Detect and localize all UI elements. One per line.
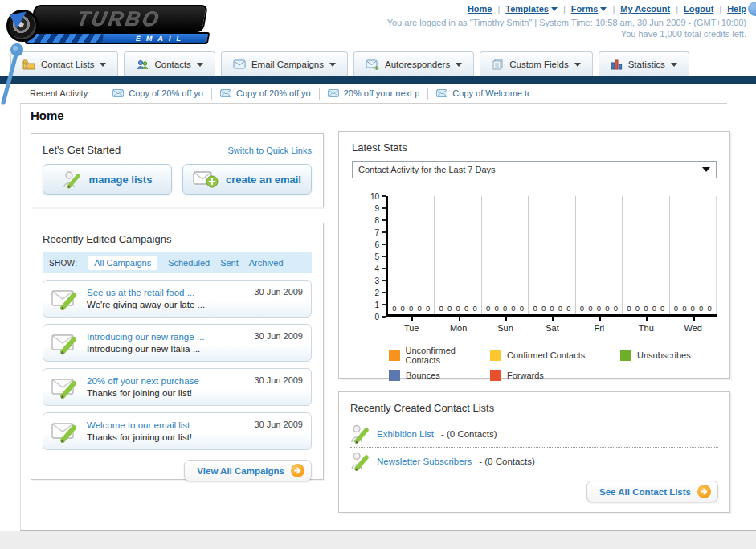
x-axis-label-text: Sat [546,323,559,333]
campaign-title-link[interactable]: 20% off your next purchase [87,376,246,386]
campaign-title-link[interactable]: See us at the retail food ... [87,288,246,297]
value-label: 0 [635,304,640,313]
main-content: Home Let's Get Started Switch to Quick L… [20,104,756,531]
x-axis-label: Fri [576,317,623,333]
tab-custom-fields[interactable]: Custom Fields [480,51,593,76]
activity-item-label: 20% off your next p [344,88,420,98]
activity-item-label: Copy of 20% off yo [129,88,203,98]
chart-group: 00000 [529,196,575,314]
x-axis-label: Wed [670,317,717,333]
filter-archived[interactable]: Archived [249,258,284,268]
filter-scheduled[interactable]: Scheduled [168,258,210,268]
activity-item-label: Copy of Welcome to [452,88,529,98]
separator: | [676,4,678,14]
nav-link-templates[interactable]: Templates [505,4,558,14]
value-labels: 00000 [529,304,574,313]
y-tick-label: 10 [370,192,379,201]
contact-list-link[interactable]: Newsletter Subscribers [377,457,472,466]
chart-plot: 00000000000000000000000000000000000 [386,196,717,317]
value-labels: 00000 [623,304,668,313]
campaign-title-link[interactable]: Welcome to our email list [87,420,246,430]
x-tick-mark [411,317,413,321]
campaign-subtitle: Thanks for joining our list! [87,432,246,442]
contact-list-link[interactable]: Exhibition List [377,429,434,439]
nav-link-help[interactable]: Help [727,4,746,14]
stats-period-select[interactable]: Contact Activity for the Last 7 Days [352,161,717,178]
chart-group: 00000 [670,196,717,314]
tab-autoresponders[interactable]: Autoresponders [353,51,474,76]
chevron-down-icon [100,63,106,67]
recent-activity-item[interactable]: Copy of 20% off yo [104,88,212,100]
recent-activity-item[interactable]: Copy of 20% off yo [212,88,320,100]
filter-sent[interactable]: Sent [220,258,239,268]
value-label: 0 [533,304,537,313]
legend-label: Confirmed Contacts [507,350,585,360]
campaign-row[interactable]: Introducing our new range ... Introducin… [43,324,312,362]
switch-quick-links[interactable]: Switch to Quick Links [227,145,312,155]
tab-label: Custom Fields [509,59,569,69]
manage-lists-button[interactable]: manage lists [43,164,172,195]
x-tick-mark [505,317,507,321]
nav-link-my-account[interactable]: My Account [620,4,670,14]
contacts-icon [136,59,149,70]
value-label: 0 [426,304,430,313]
get-started-panel: Let's Get Started Switch to Quick Links … [31,133,324,207]
campaign-title-link[interactable]: Introducing our new range ... [87,332,246,342]
latest-stats-title: Latest Stats [352,141,717,154]
x-axis-label-text: Thu [639,323,654,333]
campaign-date: 30 Jun 2009 [254,287,303,297]
value-label: 0 [486,304,490,313]
tab-contact-lists[interactable]: Contact Lists [10,51,118,76]
recent-activity-item[interactable]: 20% off your next p [320,88,429,100]
campaigns-title: Recently Edited Campaigns [43,233,312,245]
value-label: 0 [614,304,618,313]
campaign-row[interactable]: Welcome to our email list Thanks for joi… [43,412,312,450]
nav-link-logout[interactable]: Logout [684,4,713,14]
recent-activity-label: Recent Activity: [30,88,90,98]
see-all-contact-lists-button[interactable]: See All Contact Lists [586,481,718,502]
legend-item: Confirmed Contacts [490,346,620,365]
legend-label: Bounces [406,371,440,380]
logo-subtitle: EMAIL [135,35,187,43]
x-tick-mark [552,317,554,321]
campaign-row[interactable]: 20% off your next purchase Thanks for jo… [43,368,312,406]
chart-x-axis: TueMonSunSatFriThuWed [388,317,717,333]
value-labels: 00000 [482,304,528,313]
recent-activity-item[interactable]: Copy of Welcome to [428,88,537,100]
value-label: 0 [682,304,686,313]
logo-wordmark: TURBO [30,5,208,32]
campaign-subtitle: Thanks for joining our list! [87,388,246,398]
value-label: 0 [520,304,524,313]
filter-all-campaigns[interactable]: All Campaigns [88,256,157,270]
legend-label: Unconfirmed Contacts [406,346,490,365]
value-label: 0 [472,304,476,313]
campaign-row[interactable]: See us at the retail food ... We're givi… [43,280,312,318]
tab-email-campaigns[interactable]: Email Campaigns [221,51,348,76]
value-labels: 00000 [670,304,716,313]
nav-link-forms[interactable]: Forms [571,4,607,14]
campaign-filter-bar: SHOW: All Campaigns Scheduled Sent Archi… [43,252,312,273]
separator: | [612,4,615,14]
x-axis-label-text: Tue [404,323,419,333]
recently-edited-campaigns-panel: Recently Edited Campaigns SHOW: All Camp… [31,223,324,480]
contact-list-count: - (0 Contacts) [441,429,497,439]
legend-item: Bounces [389,370,490,381]
view-all-campaigns-label: View All Campaigns [197,466,284,476]
separator: | [497,4,500,14]
create-email-button[interactable]: create an email [182,164,312,195]
tab-contacts[interactable]: Contacts [124,51,215,76]
value-label: 0 [605,304,609,313]
tab-label: Email Campaigns [251,59,324,69]
view-all-campaigns-button[interactable]: View All Campaigns [184,460,312,481]
x-tick-mark [646,317,648,321]
x-axis-label: Tue [388,317,435,333]
tab-statistics[interactable]: Statistics [599,51,689,76]
value-label: 0 [644,304,648,313]
value-labels: 00000 [576,304,622,313]
value-label: 0 [708,304,712,313]
value-label: 0 [580,304,584,313]
logo-title: TURBO [75,7,162,31]
chart-group: 00000 [576,196,623,314]
nav-link-home[interactable]: Home [468,4,492,14]
value-label: 0 [550,304,554,313]
